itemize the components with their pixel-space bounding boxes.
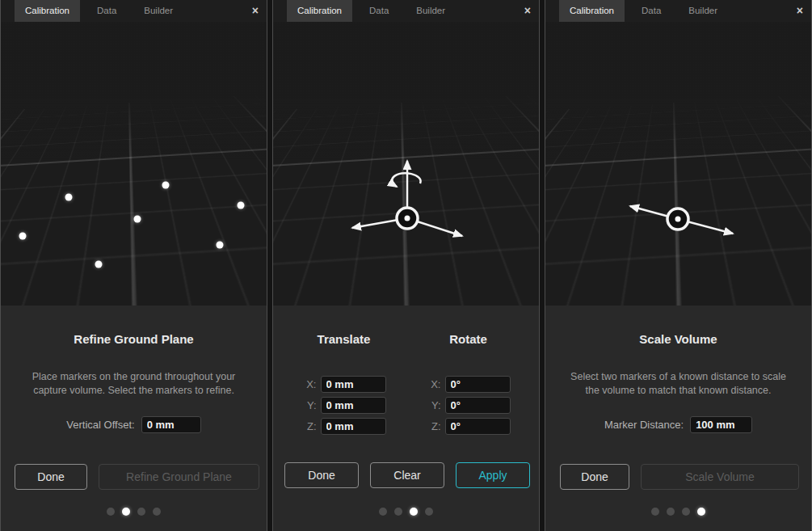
panel-scale-volume: Calibration Data Builder ×	[545, 0, 812, 531]
tab-data[interactable]: Data	[631, 0, 671, 22]
tab-bar: Calibration Data Builder ×	[273, 0, 539, 22]
page-dot-active[interactable]	[122, 508, 130, 516]
tab-builder[interactable]: Builder	[406, 0, 456, 22]
marker-dot[interactable]	[95, 261, 103, 268]
description-line: the volume to match that known distance.	[586, 385, 772, 396]
marker-dot[interactable]	[134, 216, 141, 223]
tab-builder[interactable]: Builder	[133, 0, 183, 22]
page-dot[interactable]	[107, 508, 115, 516]
rotate-x-row: X:	[427, 376, 511, 393]
button-row: Done Refine Ground Plane	[15, 464, 259, 490]
section-description: Select two markers of a known distance t…	[553, 370, 803, 398]
translate-x-input[interactable]	[321, 376, 386, 393]
translate-y-row: Y:	[302, 397, 386, 414]
close-icon[interactable]: ×	[252, 0, 259, 22]
rotate-y-input[interactable]	[445, 397, 511, 414]
transform-controls: Translate X: Y: Z:	[273, 306, 539, 531]
close-icon[interactable]: ×	[797, 0, 803, 22]
clear-button[interactable]: Clear	[370, 462, 444, 488]
gizmo-center-dot	[405, 216, 410, 221]
tab-calibration[interactable]: Calibration	[15, 0, 80, 22]
marker-dot[interactable]	[65, 194, 73, 201]
section-description: Place markers on the ground throughout y…	[9, 370, 259, 398]
description-line: Select two markers of a known distance t…	[570, 371, 786, 382]
page-dots	[1, 508, 267, 516]
z-label: Z:	[427, 420, 441, 432]
transform-columns: Translate X: Y: Z:	[273, 332, 539, 435]
translate-z-row: Z:	[302, 418, 386, 435]
page-dot[interactable]	[651, 508, 659, 516]
translate-y-input[interactable]	[321, 397, 386, 414]
rotate-group: Rotate X: Y: Z:	[427, 332, 511, 435]
scale-volume-button: Scale Volume	[641, 464, 799, 490]
translate-gizmo[interactable]	[273, 22, 539, 306]
description-line: Place markers on the ground throughout y…	[32, 371, 236, 382]
translate-group: Translate X: Y: Z:	[302, 332, 386, 435]
marker-distance-label: Marker Distance:	[604, 419, 684, 431]
refine-ground-plane-button: Refine Ground Plane	[99, 464, 259, 490]
rotate-x-input[interactable]	[445, 376, 511, 393]
tab-bar: Calibration Data Builder ×	[1, 0, 267, 22]
marker-dot[interactable]	[238, 202, 245, 209]
vertical-offset-row: Vertical Offset:	[1, 416, 267, 433]
vertical-offset-label: Vertical Offset:	[66, 419, 134, 431]
rotate-z-row: Z:	[427, 418, 511, 435]
done-button[interactable]: Done	[15, 464, 87, 490]
tab-data[interactable]: Data	[359, 0, 399, 22]
page-dot[interactable]	[425, 508, 433, 516]
ground-grid	[1, 22, 267, 129]
apply-button[interactable]: Apply	[456, 462, 530, 488]
translate-x-row: X:	[302, 376, 386, 393]
page-dots	[545, 508, 811, 516]
page-dot[interactable]	[682, 508, 690, 516]
page-dots	[273, 508, 539, 516]
rotate-z-input[interactable]	[445, 418, 511, 435]
rotate-y-row: Y:	[427, 397, 511, 414]
tab-bar: Calibration Data Builder ×	[545, 0, 811, 22]
panel-refine-ground-plane: Calibration Data Builder × Refine Ground…	[0, 0, 267, 531]
rotate-heading: Rotate	[449, 332, 487, 346]
section-title: Scale Volume	[545, 332, 811, 346]
marker-dot[interactable]	[19, 233, 27, 240]
x-label: X:	[302, 378, 317, 390]
done-button[interactable]: Done	[560, 464, 629, 490]
page-dot[interactable]	[137, 508, 145, 516]
page-dot-active[interactable]	[410, 508, 418, 516]
tab-calibration[interactable]: Calibration	[287, 0, 352, 22]
marker-distance-input[interactable]	[690, 416, 752, 433]
scale-controls: Scale Volume Select two markers of a kno…	[545, 306, 811, 531]
button-row: Done Clear Apply	[284, 462, 530, 488]
vertical-offset-input[interactable]	[141, 416, 201, 433]
viewport-3d[interactable]	[273, 22, 539, 306]
page-dot[interactable]	[394, 508, 402, 516]
page-dot[interactable]	[153, 508, 161, 516]
tab-data[interactable]: Data	[86, 0, 127, 22]
viewport-3d[interactable]	[545, 22, 811, 306]
gizmo-center-dot	[675, 217, 681, 222]
scale-gizmo[interactable]	[545, 22, 811, 306]
y-label: Y:	[302, 399, 317, 411]
marker-distance-row: Marker Distance:	[545, 416, 811, 433]
x-label: X:	[427, 378, 441, 390]
close-icon[interactable]: ×	[524, 0, 531, 22]
refine-controls: Refine Ground Plane Place markers on the…	[1, 306, 267, 531]
marker-dot[interactable]	[217, 242, 224, 249]
page-dot[interactable]	[667, 508, 675, 516]
done-button[interactable]: Done	[284, 462, 359, 488]
tab-calibration[interactable]: Calibration	[559, 0, 625, 22]
page-dot[interactable]	[379, 508, 387, 516]
viewport-3d[interactable]	[1, 22, 267, 306]
button-row: Done Scale Volume	[560, 464, 799, 490]
calibration-workspace: Calibration Data Builder × Refine Ground…	[0, 0, 812, 531]
page-dot-active[interactable]	[697, 508, 705, 516]
panel-translate-rotate: Calibration Data Builder ×	[272, 0, 540, 531]
tab-builder[interactable]: Builder	[678, 0, 728, 22]
y-label: Y:	[427, 399, 441, 411]
section-title: Refine Ground Plane	[1, 332, 267, 346]
z-label: Z:	[302, 420, 317, 432]
description-line: capture volume. Select the markers to re…	[33, 385, 234, 396]
marker-dot[interactable]	[162, 182, 170, 189]
translate-z-input[interactable]	[321, 418, 386, 435]
translate-heading: Translate	[318, 332, 371, 346]
